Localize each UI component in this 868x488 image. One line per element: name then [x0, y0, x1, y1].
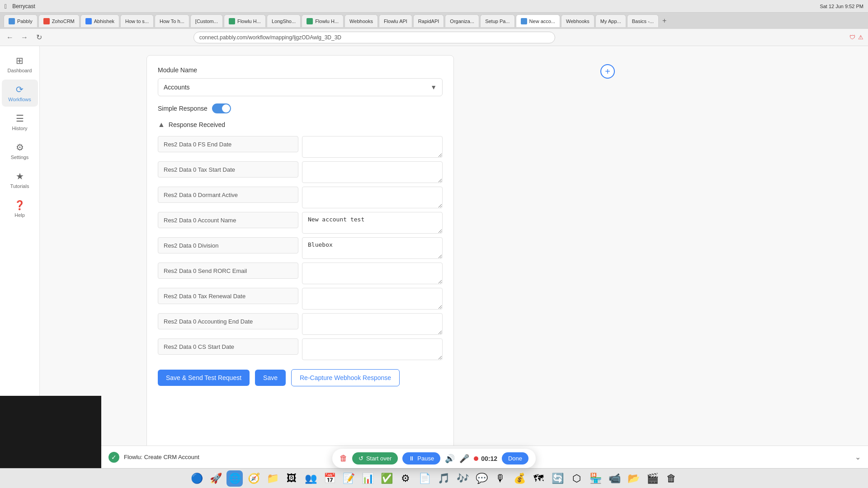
- refresh-icon: ↺: [359, 455, 363, 462]
- module-select-dropdown[interactable]: Accounts ▼: [158, 78, 443, 96]
- dock-appstore[interactable]: 🏪: [587, 470, 604, 487]
- dock-apps[interactable]: ⬡: [568, 470, 585, 487]
- table-row: Res2 Data 0 FS End Date: [158, 136, 443, 158]
- tab-flowluapi[interactable]: Flowlu API: [379, 14, 412, 27]
- tab-basics[interactable]: Basics -...: [627, 14, 659, 27]
- recording-timer: 00:12: [474, 455, 497, 462]
- save-button[interactable]: Save: [255, 370, 286, 386]
- back-button[interactable]: ←: [5, 32, 15, 43]
- field-value-1[interactable]: [302, 161, 443, 183]
- sidebar-label-tutorials: Tutorials: [10, 183, 29, 189]
- start-over-button[interactable]: ↺ Start over: [352, 452, 398, 465]
- dock-skype[interactable]: 💬: [473, 470, 490, 487]
- table-row: Res2 Data 0 Division Bluebox: [158, 237, 443, 259]
- response-received-row[interactable]: ▲ Response Received: [158, 121, 443, 129]
- forward-button[interactable]: →: [19, 32, 30, 43]
- field-value-4[interactable]: Bluebox: [302, 237, 443, 259]
- dock-safari[interactable]: 🧭: [245, 470, 262, 487]
- sidebar-item-settings[interactable]: ⚙ Settings: [2, 137, 38, 164]
- task-app: Flowlu: [124, 454, 141, 460]
- dock-files[interactable]: 📁: [264, 470, 281, 487]
- dock-finder[interactable]: 🔵: [189, 470, 205, 487]
- audio-settings-button[interactable]: 🔊: [445, 454, 455, 464]
- dock-word[interactable]: 📄: [416, 470, 433, 487]
- recapture-webhook-button[interactable]: Re-Capture Webhook Response: [291, 369, 400, 386]
- tab-zohocrm[interactable]: ZohoCRM: [38, 14, 80, 27]
- taskbar: 🔵 🚀 🌐 🧭 📁 🖼 👥 📅 📝 📊 ✅ ⚙ 📄 🎵 🎶 💬 🎙 💰 🗺 🔄 …: [0, 468, 868, 488]
- tab-pabbly[interactable]: Pabbly: [4, 14, 38, 27]
- dock-music[interactable]: 🎶: [454, 470, 471, 487]
- new-tab-button[interactable]: +: [662, 17, 666, 25]
- simple-response-row: Simple Response: [158, 103, 443, 113]
- task-text: Flowlu: Create CRM Account: [124, 454, 199, 460]
- sidebar-item-dashboard[interactable]: ⊞ Dashboard: [2, 51, 38, 78]
- dock-launchpad[interactable]: 🚀: [208, 470, 224, 487]
- dock-berrycast[interactable]: 🎬: [644, 470, 660, 487]
- tab-rapidapi[interactable]: RapidAPI: [413, 14, 444, 27]
- sidebar-item-tutorials[interactable]: ★ Tutorials: [2, 166, 38, 193]
- dock-excel[interactable]: 📊: [359, 470, 376, 487]
- tab-new-account[interactable]: New acco...: [516, 14, 560, 27]
- field-value-2[interactable]: [302, 187, 443, 208]
- done-button[interactable]: Done: [502, 452, 528, 465]
- field-value-8[interactable]: [302, 338, 443, 360]
- dock-zoom[interactable]: 📹: [606, 470, 623, 487]
- field-value-3[interactable]: New account test: [302, 212, 443, 234]
- tab-setup[interactable]: Setup Pa...: [480, 14, 514, 27]
- field-label-7: Res2 Data 0 Accounting End Date: [158, 313, 298, 329]
- delete-recording-button[interactable]: 🗑: [340, 454, 348, 463]
- settings-icon: ⚙: [16, 142, 24, 153]
- tab-howto2[interactable]: How To h...: [155, 14, 189, 27]
- dock-quickbooks[interactable]: 💰: [511, 470, 528, 487]
- microphone-button[interactable]: 🎤: [459, 454, 469, 464]
- dock-maps[interactable]: 🗺: [530, 470, 547, 487]
- pause-button[interactable]: ⏸ Pause: [402, 452, 440, 465]
- dock-notes[interactable]: 📝: [340, 470, 357, 487]
- tab-webhooks2[interactable]: Webhooks: [561, 14, 594, 27]
- field-value-5[interactable]: [302, 263, 443, 284]
- field-label-6: Res2 Data 0 Tax Renewal Date: [158, 288, 298, 304]
- sidebar-item-help[interactable]: ❓ Help: [2, 195, 38, 222]
- dock-contacts[interactable]: 👥: [302, 470, 319, 487]
- mac-app-name: Berrycast: [12, 3, 35, 9]
- dock-calendar[interactable]: 📅: [321, 470, 338, 487]
- help-icon: ❓: [14, 200, 25, 211]
- tab-bar: Pabbly ZohoCRM Abhishek How to s... How …: [0, 13, 868, 29]
- tab-webhooks1[interactable]: Webhooks: [344, 14, 378, 27]
- tab-flowlu2[interactable]: Flowlu H...: [302, 14, 344, 27]
- dock-photos[interactable]: 🖼: [283, 470, 300, 487]
- dock-spotify[interactable]: 🎵: [435, 470, 452, 487]
- dock-podcast[interactable]: 🎙: [492, 470, 509, 487]
- chevron-down-icon: ▼: [430, 84, 437, 91]
- field-value-0[interactable]: [302, 136, 443, 158]
- simple-response-toggle[interactable]: [212, 103, 231, 113]
- tab-custom[interactable]: [Custom...: [190, 14, 223, 27]
- fields-container: Res2 Data 0 FS End Date Res2 Data 0 Tax …: [158, 136, 443, 360]
- sidebar-item-workflows[interactable]: ⟳ Workflows: [2, 80, 38, 107]
- field-label-2: Res2 Data 0 Dormant Active: [158, 187, 298, 203]
- dock-files2[interactable]: 📂: [625, 470, 642, 487]
- reload-button[interactable]: ↻: [33, 32, 44, 43]
- dock-script[interactable]: ⚙: [397, 470, 414, 487]
- tab-myapp[interactable]: My App...: [595, 14, 626, 27]
- dock-reminders[interactable]: ✅: [378, 470, 395, 487]
- sidebar-item-history[interactable]: ☰ History: [2, 108, 38, 136]
- recording-dot: [474, 456, 478, 461]
- field-value-7[interactable]: [302, 313, 443, 335]
- add-step-button[interactable]: +: [600, 64, 615, 79]
- dock-trash[interactable]: 🗑: [663, 470, 679, 487]
- tab-flowlu1[interactable]: Flowlu H...: [224, 14, 266, 27]
- field-value-6[interactable]: [302, 288, 443, 310]
- url-bar[interactable]: connect.pabbly.com/workflow/mapping/ljgz…: [193, 32, 555, 43]
- mac-time: Sat 12 Jun 9:52 PM: [820, 4, 863, 9]
- collapse-icon: ▲: [158, 121, 165, 129]
- dock-browser[interactable]: 🌐: [226, 470, 243, 487]
- browser-chrome: Pabbly ZohoCRM Abhishek How to s... How …: [0, 13, 868, 46]
- tab-longshot[interactable]: LongSho...: [267, 14, 301, 27]
- save-send-test-button[interactable]: Save & Send Test Request: [158, 370, 250, 386]
- collapse-task-button[interactable]: ⌄: [855, 453, 861, 461]
- tab-howto1[interactable]: How to s...: [120, 14, 154, 27]
- tab-abhishek[interactable]: Abhishek: [80, 14, 119, 27]
- tab-organiza[interactable]: Organiza...: [445, 14, 479, 27]
- dock-migrate[interactable]: 🔄: [549, 470, 566, 487]
